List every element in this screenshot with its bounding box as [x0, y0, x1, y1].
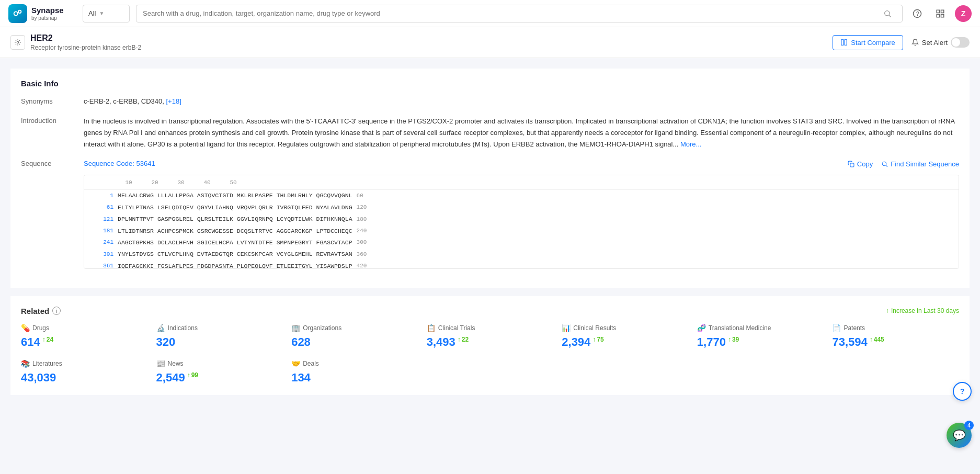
seq-row-start: 1 — [88, 191, 113, 201]
sequence-data-row: 361 IQEFAGCKKI FGSLAFLPES FDGDPASNTA PLQ… — [84, 261, 959, 269]
stat-item[interactable]: 📚 Literatures 43,039 — [21, 359, 148, 385]
seq-row-start: 241 — [88, 238, 113, 247]
stat-value: 3,493↑22 — [427, 335, 554, 349]
svg-rect-14 — [850, 163, 854, 167]
increase-label: Increase in Last 30 days — [891, 307, 959, 314]
page-title-area: HER2 Receptor tyrosine-protein kinase er… — [10, 33, 141, 51]
stat-item[interactable]: 🤝 Deals 134 — [291, 359, 418, 385]
stat-increase: ↑24 — [42, 336, 53, 343]
seq-row-end: 300 — [357, 238, 367, 247]
sequence-rows-container: 1 MELAALCRWG LLLALLPPGA ASTQVCTGTD MKLRL… — [84, 190, 959, 268]
stat-category-icon: 📋 — [427, 324, 436, 332]
stat-label: 📊 Clinical Results — [562, 324, 689, 332]
stat-item[interactable]: 📄 Patents 73,594↑445 — [832, 324, 959, 349]
stat-value: 2,549↑99 — [156, 371, 283, 385]
stat-increase: ↑39 — [728, 336, 739, 343]
synonyms-label: Synonyms — [21, 96, 84, 107]
basic-info-title: Basic Info — [21, 79, 959, 88]
seq-row-chars: IQEFAGCKKI FGSLAFLPES FDGDPASNTA PLQPEQL… — [118, 262, 352, 269]
sequence-data-row: 241 AAGCTGPKHS DCLACLHFNH SGICELHCPA LVT… — [84, 237, 959, 249]
sequence-code[interactable]: Sequence Code: 53641 — [84, 159, 155, 170]
stat-category-icon: 📚 — [21, 359, 30, 368]
arrow-up-icon: ↑ — [458, 336, 461, 343]
seq-row-end: 120 — [357, 203, 367, 212]
seq-row-start: 61 — [88, 203, 113, 212]
stats-row2: 📚 Literatures 43,039 📰 News 2,549↑99 🤝 D… — [21, 359, 959, 385]
stat-label: 📋 Clinical Trials — [427, 324, 554, 332]
introduction-value: In the nucleus is involved in transcript… — [84, 116, 959, 150]
sequence-data-row: 1 MELAALCRWG LLLALLPPGA ASTQVCTGTD MKLRL… — [84, 190, 959, 201]
sequence-box[interactable]: 10 20 30 40 50 1 MELAALCRWG LLLALLPPGA A… — [84, 175, 959, 269]
stat-value: 134 — [291, 371, 418, 385]
stat-label: 🤝 Deals — [291, 359, 418, 368]
svg-point-3 — [885, 10, 890, 15]
svg-rect-8 — [941, 10, 944, 13]
stat-increase: ↑75 — [592, 336, 603, 343]
toggle-knob — [952, 38, 960, 47]
svg-line-2 — [17, 12, 19, 13]
search-input[interactable] — [143, 9, 875, 17]
synonyms-more-link[interactable]: [+18] — [166, 97, 181, 105]
stat-item[interactable]: 🔬 Indications 320 — [156, 324, 283, 349]
seq-ruler: 10 20 30 40 50 — [84, 175, 959, 190]
search-icon[interactable] — [879, 5, 896, 22]
stat-value: 73,594↑445 — [832, 335, 959, 349]
sequence-header: Sequence Code: 53641 Copy Fi — [84, 159, 959, 170]
svg-rect-13 — [845, 40, 847, 46]
stat-increase: ↑445 — [870, 336, 884, 343]
grid-icon[interactable] — [932, 5, 949, 22]
seq-row-end: 240 — [357, 227, 367, 236]
stat-category-icon: 🏢 — [291, 324, 300, 332]
svg-line-4 — [889, 15, 891, 17]
stat-label-text: Translational Medicine — [709, 324, 771, 332]
stat-value: 1,770↑39 — [697, 335, 824, 349]
seq-row-start: 121 — [88, 215, 113, 224]
help-float-button[interactable]: ? — [953, 382, 972, 401]
stat-item[interactable]: 🏢 Organizations 628 — [291, 324, 418, 349]
stat-label-text: Literatures — [32, 360, 62, 367]
copy-label: Copy — [857, 160, 873, 168]
page-title-text: HER2 Receptor tyrosine-protein kinase er… — [30, 33, 141, 51]
sequence-data-row: 301 YNYLSTDVGS CTLVCPLHNQ EVTAEDGTQR CEK… — [84, 249, 959, 260]
stat-category-icon: 🧬 — [697, 324, 706, 332]
stat-item[interactable]: 📰 News 2,549↑99 — [156, 359, 283, 385]
avatar[interactable]: Z — [955, 5, 972, 22]
svg-rect-9 — [937, 14, 939, 17]
find-similar-label: Find Similar Sequence — [891, 160, 959, 168]
search-type-select[interactable]: All ▼ — [83, 5, 130, 22]
stat-label-text: Indications — [168, 324, 198, 332]
stat-item[interactable]: 📊 Clinical Results 2,394↑75 — [562, 324, 689, 349]
introduction-text: In the nucleus is involved in transcript… — [84, 117, 954, 148]
introduction-row: Introduction In the nucleus is involved … — [21, 116, 959, 150]
stat-category-icon: 🔬 — [156, 324, 165, 332]
alert-toggle[interactable] — [951, 37, 970, 48]
stat-item[interactable]: 💊 Drugs 614↑24 — [21, 324, 148, 349]
stat-label: 📰 News — [156, 359, 283, 368]
start-compare-button[interactable]: Start Compare — [833, 35, 903, 50]
settings-icon[interactable] — [10, 35, 25, 50]
seq-row-chars: DPLNNTTPVT GASPGGLREL QLRSLTEILK GGVLIQR… — [118, 215, 352, 224]
seq-row-end: 360 — [357, 250, 367, 259]
logo-icon[interactable] — [8, 4, 27, 23]
stat-label-text: Patents — [844, 324, 865, 332]
seq-row-end: 180 — [357, 215, 367, 224]
stat-item[interactable]: 📋 Clinical Trials 3,493↑22 — [427, 324, 554, 349]
help-icon[interactable]: ? — [909, 5, 926, 22]
stat-category-icon: 📰 — [156, 359, 165, 368]
stat-value: 43,039 — [21, 371, 148, 385]
logo-main: Synapse — [31, 6, 64, 15]
svg-rect-7 — [937, 10, 939, 13]
more-link[interactable]: More... — [680, 140, 701, 148]
stat-increase: ↑99 — [187, 371, 198, 379]
stat-category-icon: 🤝 — [291, 359, 300, 368]
stats-row1: 💊 Drugs 614↑24 🔬 Indications 320 🏢 Organ… — [21, 324, 959, 349]
page-title: HER2 — [30, 33, 141, 43]
main-content: Basic Info Synonyms c-ERB-2, c-ERBB, CD3… — [0, 58, 980, 405]
related-info-icon[interactable]: i — [52, 307, 61, 315]
copy-button[interactable]: Copy — [848, 160, 873, 168]
stat-item[interactable]: 🧬 Translational Medicine 1,770↑39 — [697, 324, 824, 349]
arrow-up-icon: ↑ — [187, 371, 190, 379]
logo-sub: by patsnap — [31, 15, 64, 21]
seq-row-start: 301 — [88, 250, 113, 259]
find-similar-button[interactable]: Find Similar Sequence — [881, 160, 959, 168]
